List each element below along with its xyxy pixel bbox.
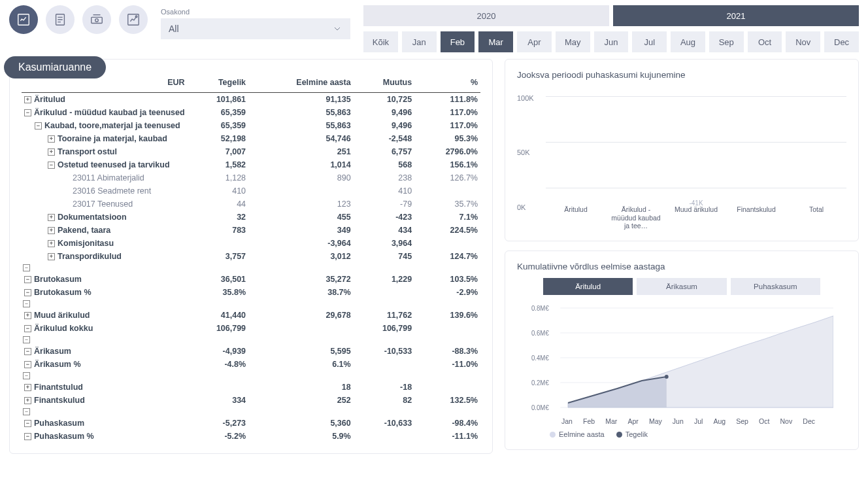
- expand-toggle[interactable]: −: [23, 408, 30, 415]
- cell-value: [354, 286, 414, 299]
- report-badge: Kasumiaruanne: [4, 56, 106, 78]
- cell-value: [414, 184, 480, 198]
- row-label: Brutokasum: [34, 275, 82, 284]
- cell-value: 5,360: [248, 417, 354, 430]
- cell-value: -11.1%: [414, 430, 480, 443]
- cell-value: 123: [248, 198, 354, 211]
- department-dropdown[interactable]: All: [161, 18, 350, 39]
- table-row: −Kaubad, toore,materjal ja teenused65,35…: [22, 119, 480, 132]
- table-row: −: [22, 371, 480, 381]
- lc-xlabel: Jun: [673, 417, 684, 425]
- cell-value: 1,014: [248, 158, 354, 171]
- expand-toggle[interactable]: +: [24, 384, 31, 391]
- expand-toggle[interactable]: −: [23, 336, 30, 343]
- svg-point-3: [95, 19, 99, 22]
- cell-value: 3,964: [354, 237, 414, 250]
- month-button[interactable]: Jun: [594, 31, 629, 52]
- table-row: −Brutokasum36,50135,2721,229103.5%: [22, 273, 480, 286]
- month-button[interactable]: Mar: [478, 31, 513, 52]
- table-row: −Ärikasum %-4.8%6.1%-11.0%: [22, 358, 480, 371]
- nav-cash-icon[interactable]: [82, 5, 111, 34]
- month-button[interactable]: Oct: [748, 31, 782, 52]
- cell-value: -18: [354, 381, 414, 394]
- cell-value: -11.0%: [414, 358, 480, 371]
- wf-ytick: 100K: [517, 94, 534, 102]
- month-button[interactable]: Dec: [824, 31, 859, 52]
- cell-value: 65,359: [188, 106, 248, 119]
- cumulative-tab[interactable]: Äritulud: [543, 278, 633, 295]
- expand-toggle[interactable]: +: [24, 96, 31, 103]
- expand-toggle[interactable]: −: [23, 372, 30, 379]
- lc-xlabel: Aug: [713, 417, 726, 425]
- row-label: Kaubad, toore,materjal ja teenused: [44, 121, 180, 130]
- col-actual: Tegelik: [188, 74, 248, 93]
- cell-value: 568: [354, 158, 414, 171]
- wf-category: Ärikulud - müüdud kaubad ja tee…: [610, 205, 662, 230]
- expand-toggle[interactable]: +: [48, 214, 55, 221]
- month-button[interactable]: Feb: [441, 31, 475, 52]
- month-button[interactable]: Kõik: [363, 31, 398, 52]
- month-button[interactable]: Sep: [709, 31, 744, 52]
- month-button[interactable]: May: [556, 31, 590, 52]
- cell-value: 117.0%: [414, 119, 480, 132]
- expand-toggle[interactable]: +: [48, 148, 55, 156]
- expand-toggle[interactable]: −: [24, 433, 31, 440]
- cell-value: -98.4%: [414, 417, 480, 430]
- cell-value: [414, 237, 480, 250]
- expand-toggle[interactable]: +: [48, 240, 55, 247]
- month-button[interactable]: Jul: [632, 31, 667, 52]
- expand-toggle[interactable]: −: [24, 420, 31, 427]
- expand-toggle[interactable]: +: [48, 227, 55, 234]
- cumulative-tab[interactable]: Puhaskasum: [731, 278, 820, 295]
- month-button[interactable]: Aug: [671, 31, 705, 52]
- expand-toggle[interactable]: −: [24, 361, 31, 368]
- year-button[interactable]: 2020: [363, 5, 609, 26]
- month-button[interactable]: Apr: [517, 31, 552, 52]
- cell-value: 126.7%: [414, 171, 480, 184]
- cell-value: 5.9%: [248, 430, 354, 443]
- nav-balance-icon[interactable]: [46, 5, 75, 34]
- waterfall-title: Jooksva perioodi puhaskasumi kujunemine: [517, 70, 846, 80]
- row-label: Äritulud: [34, 95, 65, 104]
- wf-ytick: 50K: [517, 148, 530, 156]
- expand-toggle[interactable]: −: [24, 109, 31, 116]
- row-label: Puhaskasum: [34, 419, 84, 428]
- expand-toggle[interactable]: −: [23, 300, 30, 307]
- cell-value: 7.1%: [414, 211, 480, 224]
- cell-value: [354, 430, 414, 443]
- expand-toggle[interactable]: +: [24, 397, 31, 404]
- expand-toggle[interactable]: −: [23, 264, 30, 271]
- expand-toggle[interactable]: −: [24, 276, 31, 283]
- cumulative-tab[interactable]: Ärikasum: [637, 278, 726, 295]
- month-button[interactable]: Nov: [786, 31, 820, 52]
- table-row: −Puhaskasum %-5.2%5.9%-11.1%: [22, 430, 480, 443]
- expand-toggle[interactable]: +: [48, 253, 55, 260]
- expand-toggle[interactable]: +: [48, 135, 55, 143]
- cumulative-chart[interactable]: 0.8M€ 0.6M€ 0.4M€ 0.2M€ 0.0M€ JanFebMarA…: [517, 302, 846, 439]
- row-label: 23016 Seadmete rent: [73, 186, 151, 196]
- cell-value: 410: [188, 184, 248, 198]
- expand-toggle[interactable]: −: [48, 162, 55, 169]
- expand-toggle[interactable]: −: [24, 289, 31, 296]
- expand-toggle[interactable]: −: [35, 122, 42, 130]
- cell-value: -10,633: [354, 417, 414, 430]
- month-button[interactable]: Jan: [402, 31, 437, 52]
- cell-value: 44: [188, 198, 248, 211]
- nav-chart-icon[interactable]: [119, 5, 148, 34]
- cell-value: 106,799: [354, 322, 414, 335]
- expand-toggle[interactable]: −: [24, 348, 31, 355]
- expand-toggle[interactable]: +: [24, 312, 31, 319]
- cell-value: 139.6%: [414, 309, 480, 322]
- row-label: Brutokasum %: [34, 288, 92, 297]
- cell-value: 2796.0%: [414, 145, 480, 158]
- expand-toggle[interactable]: −: [24, 325, 31, 332]
- table-row: 23016 Seadmete rent410410: [22, 184, 480, 198]
- waterfall-chart[interactable]: 100K 50K 0K -41K ÄrituludÄrikulud - müüd…: [517, 86, 846, 230]
- table-row: −: [22, 335, 480, 345]
- year-button[interactable]: 2021: [613, 5, 859, 26]
- nav-icons: [9, 5, 148, 34]
- nav-report-icon[interactable]: [9, 5, 38, 34]
- row-label: Ärikulud - müüdud kaubad ja teenused: [34, 108, 185, 117]
- row-label: 23011 Abimaterjalid: [73, 173, 144, 182]
- cell-value: 224.5%: [414, 224, 480, 237]
